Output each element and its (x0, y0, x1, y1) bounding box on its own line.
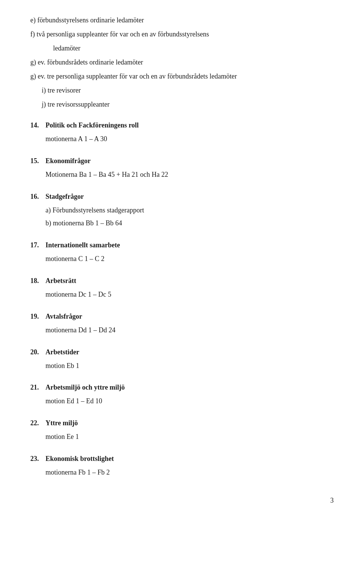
page-content: e) förbundsstyrelsens ordinarie ledamöte… (0, 0, 364, 520)
section-23: 23. Ekonomisk brottslighet motionerna Fb… (30, 454, 334, 478)
item-f-line1: f) två personliga suppleanter för var oc… (30, 29, 334, 39)
item-f-line2-text: ledamöter (53, 44, 80, 52)
section-15-title: 15. Ekonomifrågor (30, 156, 334, 166)
item-g2: g) ev. tre personliga suppleanter för va… (30, 71, 334, 82)
section-17-number: 17. (30, 240, 42, 250)
section-17-body: motionerna C 1 – C 2 (46, 253, 334, 264)
item-g1-text: g) ev. förbundsrådets ordinarie ledamöte… (30, 58, 143, 66)
section-23-body: motionerna Fb 1 – Fb 2 (46, 467, 334, 478)
item-e-text: e) förbundsstyrelsens ordinarie ledamöte… (30, 16, 144, 24)
section-18-title: 18. Arbetsrätt (30, 276, 334, 286)
section-16-number: 16. (30, 192, 42, 202)
section-15-heading: Ekonomifrågor (46, 156, 91, 166)
section-21-title: 21. Arbetsmiljö och yttre miljö (30, 382, 334, 393)
section-21-heading: Arbetsmiljö och yttre miljö (46, 382, 125, 393)
section-20-number: 20. (30, 347, 42, 357)
item-j-text: j) tre revisorssuppleanter (42, 101, 110, 108)
section-14: 14. Politik och Fackföreningens roll mot… (30, 120, 334, 145)
section-18-body: motionerna Dc 1 – Dc 5 (46, 289, 334, 300)
section-14-heading: Politik och Fackföreningens roll (46, 120, 139, 130)
section-19: 19. Avtalsfrågor motionerna Dd 1 – Dd 24 (30, 311, 334, 336)
section-17-heading: Internationellt samarbete (46, 240, 120, 250)
section-20: 20. Arbetstider motion Eb 1 (30, 347, 334, 371)
section-14-body: motionerna A 1 – A 30 (46, 134, 334, 145)
item-e: e) förbundsstyrelsens ordinarie ledamöte… (30, 15, 334, 25)
section-16-body: a) Förbundsstyrelsens stadgerapport b) m… (46, 205, 334, 229)
section-15-body: Motionerna Ba 1 – Ba 45 + Ha 21 och Ha 2… (46, 169, 334, 180)
section-17-title: 17. Internationellt samarbete (30, 240, 334, 250)
section-19-number: 19. (30, 311, 42, 322)
section-23-heading: Ekonomisk brottslighet (46, 454, 114, 464)
section-16-title: 16. Stadgefrågor (30, 192, 334, 202)
item-g2-text: g) ev. tre personliga suppleanter för va… (30, 72, 237, 80)
item-i: i) tre revisorer (42, 85, 334, 96)
section-16: 16. Stadgefrågor a) Förbundsstyrelsens s… (30, 192, 334, 229)
section-15-number: 15. (30, 156, 42, 166)
section-16-sub-a: a) Förbundsstyrelsens stadgerapport (46, 205, 334, 216)
section-23-number: 23. (30, 454, 42, 464)
section-14-title: 14. Politik och Fackföreningens roll (30, 120, 334, 130)
section-22-body: motion Ee 1 (46, 431, 334, 442)
section-21: 21. Arbetsmiljö och yttre miljö motion E… (30, 382, 334, 407)
section-22-number: 22. (30, 418, 42, 428)
item-j: j) tre revisorssuppleanter (42, 99, 334, 110)
section-20-body: motion Eb 1 (46, 360, 334, 371)
section-18-number: 18. (30, 276, 42, 286)
section-22-heading: Yttre miljö (46, 418, 78, 428)
section-19-heading: Avtalsfrågor (46, 311, 82, 322)
section-14-number: 14. (30, 120, 42, 130)
section-20-heading: Arbetstider (46, 347, 79, 357)
section-22-title: 22. Yttre miljö (30, 418, 334, 428)
item-f-line1-text: f) två personliga suppleanter för var oc… (30, 30, 209, 38)
item-f-line2: ledamöter (53, 43, 334, 53)
section-16-heading: Stadgefrågor (46, 192, 84, 202)
item-i-text: i) tre revisorer (42, 86, 81, 94)
section-19-title: 19. Avtalsfrågor (30, 311, 334, 322)
section-21-body: motion Ed 1 – Ed 10 (46, 396, 334, 407)
section-18-heading: Arbetsrätt (46, 276, 76, 286)
item-g1: g) ev. förbundsrådets ordinarie ledamöte… (30, 57, 334, 68)
intro-section: e) förbundsstyrelsens ordinarie ledamöte… (30, 15, 334, 110)
section-17: 17. Internationellt samarbete motionerna… (30, 240, 334, 264)
section-21-number: 21. (30, 382, 42, 393)
page-number: 3 (330, 497, 334, 505)
section-23-title: 23. Ekonomisk brottslighet (30, 454, 334, 464)
section-16-sub-b: b) motionerna Bb 1 – Bb 64 (46, 218, 334, 229)
section-19-body: motionerna Dd 1 – Dd 24 (46, 325, 334, 336)
section-22: 22. Yttre miljö motion Ee 1 (30, 418, 334, 442)
section-15: 15. Ekonomifrågor Motionerna Ba 1 – Ba 4… (30, 156, 334, 180)
section-20-title: 20. Arbetstider (30, 347, 334, 357)
section-18: 18. Arbetsrätt motionerna Dc 1 – Dc 5 (30, 276, 334, 300)
